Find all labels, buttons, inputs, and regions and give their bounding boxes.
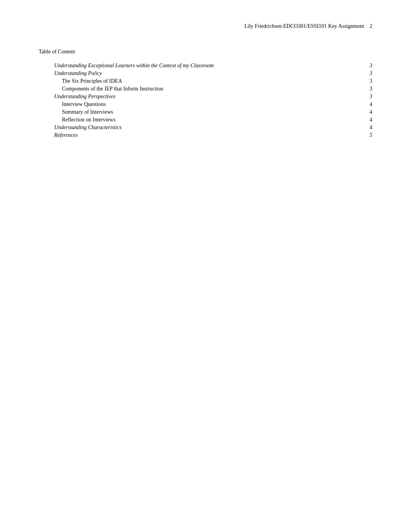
toc-entry-label: Components of the IEP that Inform Instru… [39, 86, 163, 92]
toc-entry-page: 4 [365, 101, 372, 107]
toc-entry-label: The Six Principles of IDEA [39, 78, 122, 84]
toc-entry-label: References [39, 132, 78, 138]
toc-entry: Summary of Interviews4 [39, 109, 372, 115]
toc-entry: Interview Questions4 [39, 101, 372, 107]
header-text: Lily Friedrichsen EDCO301/ESSI101 Key As… [244, 23, 364, 29]
toc-entry-page: 3 [365, 63, 372, 69]
toc-entry-page: 4 [365, 117, 372, 123]
toc-entry: Understanding Policy3 [39, 70, 372, 77]
toc-entry-page: 3 [365, 70, 372, 77]
toc-entry: The Six Principles of IDEA3 [39, 78, 372, 84]
toc-entry: Understanding Exceptional Learners withi… [39, 63, 372, 69]
toc-entry-label: Understanding Exceptional Learners withi… [39, 63, 214, 69]
toc-entry: Reflection on Interviews4 [39, 117, 372, 123]
header-page-number: 2 [370, 23, 372, 29]
toc-entry-page: 4 [365, 109, 372, 115]
toc-entry-page: 3 [365, 94, 372, 100]
toc-entry-label: Interview Questions [39, 101, 106, 107]
toc-title: Table of Content [39, 49, 372, 55]
toc-entry-page: 3 [365, 86, 372, 92]
toc-entry-page: 3 [365, 78, 372, 84]
table-of-contents: Table of Content Understanding Exception… [39, 49, 372, 138]
toc-entry: References5 [39, 132, 372, 138]
toc-entries-list: Understanding Exceptional Learners withi… [39, 63, 372, 138]
toc-entry-label: Summary of Interviews [39, 109, 113, 115]
page-header: Lily Friedrichsen EDCO301/ESSI101 Key As… [39, 23, 372, 29]
document-page: Lily Friedrichsen EDCO301/ESSI101 Key As… [0, 0, 411, 532]
toc-entry-page: 4 [365, 124, 372, 131]
toc-entry-page: 5 [365, 132, 372, 138]
toc-entry: Components of the IEP that Inform Instru… [39, 86, 372, 92]
toc-entry-label: Understanding Policy [39, 70, 102, 77]
toc-entry: Understanding Perspectives3 [39, 94, 372, 100]
toc-entry-label: Reflection on Interviews [39, 117, 115, 123]
toc-entry-label: Understanding Perspectives [39, 94, 115, 100]
toc-entry-label: Understanding Characteristics [39, 124, 122, 131]
toc-entry: Understanding Characteristics4 [39, 124, 372, 131]
